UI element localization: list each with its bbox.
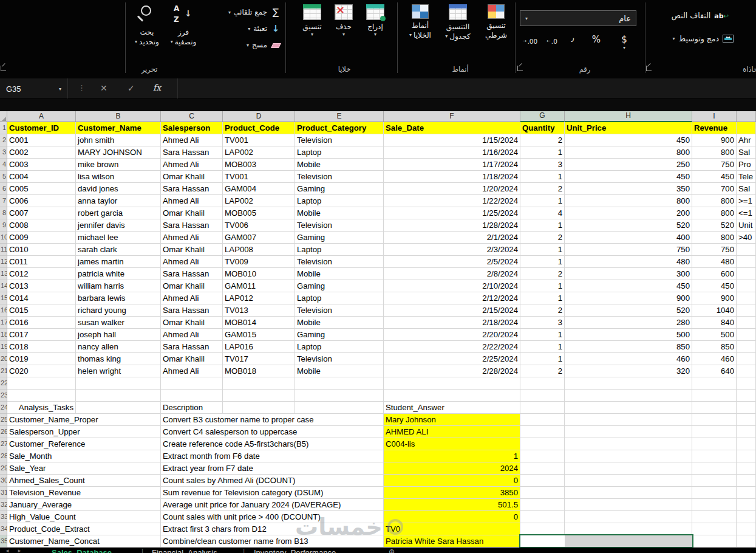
column-header-E[interactable]: E <box>295 111 384 122</box>
cell-I24[interactable] <box>692 402 737 414</box>
cell-I30[interactable] <box>692 475 737 487</box>
cell-F17[interactable]: 2/18/2024 <box>384 317 520 329</box>
cell-J17[interactable] <box>737 317 756 329</box>
cell-A32[interactable]: January_Average <box>7 499 161 511</box>
cell-B9[interactable]: jennifer davis <box>76 219 161 232</box>
sort-filter-button[interactable]: AZ↓ فرز وتصفية ▾ <box>166 4 201 47</box>
cell-E21[interactable]: Mobile <box>295 365 384 377</box>
cell-E19[interactable]: Laptop <box>295 341 384 353</box>
row-header-17[interactable]: 17 <box>0 317 7 329</box>
cell-A31[interactable]: Television_Revenue <box>7 487 161 499</box>
cell-E3[interactable]: Laptop <box>295 146 384 159</box>
cell-A28[interactable]: Sale_Month <box>7 450 161 462</box>
tab-sales-database[interactable]: Sales_Database <box>52 548 112 553</box>
cell-I13[interactable]: 600 <box>692 268 737 280</box>
cell-F13[interactable]: 2/8/2024 <box>384 268 520 280</box>
cell-F34[interactable]: TV0 <box>384 523 520 535</box>
cell-B24[interactable] <box>76 402 161 414</box>
cell-D13[interactable]: MOB010 <box>223 268 295 280</box>
cell-G1[interactable]: Quantity <box>520 122 565 134</box>
cell-A26[interactable]: Salesperson_Upper <box>7 426 161 438</box>
cell-J2[interactable]: Ahr <box>737 134 756 146</box>
cell-A9[interactable]: C008 <box>7 219 76 232</box>
cell-I31[interactable] <box>692 487 737 499</box>
cell-D9[interactable]: TV006 <box>223 219 295 232</box>
cell-G30[interactable] <box>520 475 565 487</box>
cell-J5[interactable]: Tele <box>737 171 756 183</box>
cell-C1[interactable]: Salesperson <box>161 122 223 134</box>
column-header-I[interactable]: I <box>692 111 737 122</box>
column-header-H[interactable]: H <box>565 111 692 122</box>
cell-D2[interactable]: TV001 <box>223 134 295 146</box>
cell-A13[interactable]: C012 <box>7 268 76 280</box>
format-button[interactable]: تنسيق ▾ <box>297 4 327 37</box>
cell-G25[interactable] <box>520 414 565 426</box>
cell-C7[interactable]: Ahmed Ali <box>161 195 223 207</box>
cell-C16[interactable]: Sara Hassan <box>161 304 223 317</box>
tab-inventory-performance[interactable]: Inventory_Performance <box>254 548 336 553</box>
cell-I2[interactable]: 900 <box>692 134 737 146</box>
cell-D21[interactable]: MOB018 <box>223 365 295 377</box>
cell-C22[interactable] <box>161 377 223 390</box>
row-header-21[interactable]: 21 <box>0 365 7 377</box>
cell-H20[interactable]: 460 <box>565 353 692 365</box>
cell-D4[interactable]: MOB003 <box>223 159 295 171</box>
cell-J18[interactable] <box>737 329 756 341</box>
cell-C23[interactable] <box>161 390 223 402</box>
cell-B19[interactable]: nancy allen <box>76 341 161 353</box>
cell-D18[interactable]: GAM015 <box>223 329 295 341</box>
cell-J3[interactable]: Sal <box>737 146 756 159</box>
cell-J35[interactable] <box>737 535 756 548</box>
cell-F33[interactable]: 0 <box>384 511 520 523</box>
cell-F2[interactable]: 1/15/2024 <box>384 134 520 146</box>
cell-F19[interactable]: 2/22/2024 <box>384 341 520 353</box>
cell-J19[interactable] <box>737 341 756 353</box>
cell-A34[interactable]: Product_Code_Extract <box>7 523 161 535</box>
cell-E20[interactable]: Television <box>295 353 384 365</box>
cell-H24[interactable] <box>565 402 692 414</box>
row-header-18[interactable]: 18 <box>0 329 7 341</box>
cell-F31[interactable]: 3850 <box>384 487 520 499</box>
cell-A30[interactable]: Ahmed_Sales_Count <box>7 475 161 487</box>
cell-G4[interactable]: 3 <box>520 159 565 171</box>
cell-A33[interactable]: High_Value_Count <box>7 511 161 523</box>
cell-F29[interactable]: 2024 <box>384 462 520 475</box>
cell-G29[interactable] <box>520 462 565 475</box>
cell-J21[interactable] <box>737 365 756 377</box>
cell-A8[interactable]: C007 <box>7 207 76 219</box>
cell-B15[interactable]: barbara lewis <box>76 292 161 304</box>
cell-A20[interactable]: C019 <box>7 353 76 365</box>
row-header-28[interactable]: 28 <box>0 450 7 462</box>
cell-G27[interactable] <box>520 438 565 450</box>
cell-J15[interactable] <box>737 292 756 304</box>
cell-G16[interactable]: 2 <box>520 304 565 317</box>
cell-G32[interactable] <box>520 499 565 511</box>
cell-J32[interactable] <box>737 499 756 511</box>
cell-F14[interactable]: 2/10/2024 <box>384 280 520 292</box>
cell-E7[interactable]: Laptop <box>295 195 384 207</box>
cell-G20[interactable]: 1 <box>520 353 565 365</box>
cell-H6[interactable]: 350 <box>565 183 692 195</box>
cell-B5[interactable]: lisa wilson <box>76 171 161 183</box>
cell-A25[interactable]: Customer_Name_Proper <box>7 414 161 426</box>
cell-I19[interactable]: 850 <box>692 341 737 353</box>
cell-D20[interactable]: TV017 <box>223 353 295 365</box>
cell-C13[interactable]: Sara Hassan <box>161 268 223 280</box>
cell-H12[interactable]: 480 <box>565 256 692 268</box>
cell-F23[interactable] <box>384 390 520 402</box>
cell-H30[interactable] <box>565 475 692 487</box>
cell-I22[interactable] <box>692 377 737 390</box>
cell-H29[interactable] <box>565 462 692 475</box>
cell-C32[interactable]: Average unit price for January 2024 (DAV… <box>161 499 384 511</box>
cell-J6[interactable]: Sal <box>737 183 756 195</box>
cell-H21[interactable]: 320 <box>565 365 692 377</box>
cell-J28[interactable] <box>737 450 756 462</box>
cell-J31[interactable] <box>737 487 756 499</box>
cell-J25[interactable] <box>737 414 756 426</box>
cell-C28[interactable]: Extract month from F6 date <box>161 450 384 462</box>
cell-C8[interactable]: Omar Khalil <box>161 207 223 219</box>
column-header-G[interactable]: G <box>520 111 565 122</box>
cell-B7[interactable]: anna taylor <box>76 195 161 207</box>
cell-D7[interactable]: LAP002 <box>223 195 295 207</box>
cell-F5[interactable]: 1/18/2024 <box>384 171 520 183</box>
